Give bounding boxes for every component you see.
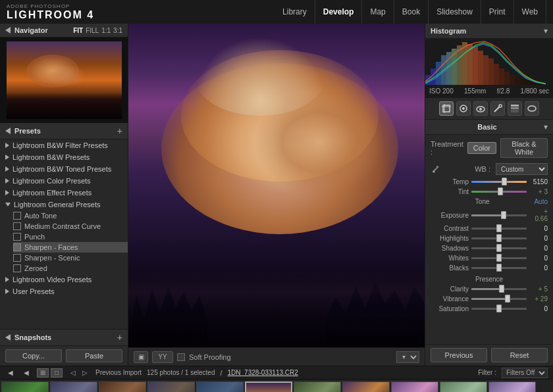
tone-auto-btn[interactable]: Auto <box>534 198 548 205</box>
whites-slider[interactable] <box>471 257 527 259</box>
tab-web[interactable]: Web <box>514 0 546 24</box>
temp-slider[interactable] <box>471 181 527 183</box>
prev-photo-btn[interactable]: ◁ <box>68 368 78 378</box>
preset-group-video-header[interactable]: Lightroom Video Presets <box>0 274 128 285</box>
rad-filter-tool[interactable] <box>525 101 539 116</box>
navigator-controls: FIT FILL 1:1 3:1 <box>73 27 122 34</box>
film-thumb-2[interactable] <box>50 381 97 393</box>
film-thumb-5[interactable] <box>196 381 244 393</box>
clarity-thumb[interactable] <box>499 285 504 293</box>
saturation-thumb[interactable] <box>496 305 502 312</box>
whites-thumb[interactable] <box>496 254 502 262</box>
preset-group-user: User Presets <box>0 285 128 297</box>
redeye-tool[interactable] <box>473 101 488 116</box>
compare-btn[interactable]: YY <box>152 351 173 363</box>
contrast-slider[interactable] <box>471 228 527 230</box>
toolbar-dropdown[interactable]: ▾ <box>396 351 419 363</box>
presets-header[interactable]: Presets + <box>0 123 128 139</box>
tab-library[interactable]: Library <box>275 0 315 24</box>
basic-header[interactable]: Basic ▾ <box>425 120 553 135</box>
vibrance-slider[interactable] <box>471 298 527 300</box>
preset-group-color: Lightroom Color Presets <box>0 175 128 187</box>
preset-group-bwtoned-header[interactable]: Lightroom B&W Toned Presets <box>0 163 128 175</box>
shadows-slider[interactable] <box>471 247 527 249</box>
grad-filter-tool[interactable] <box>508 101 522 116</box>
paste-button[interactable]: Paste <box>66 349 122 362</box>
film-thumb-6[interactable] <box>245 381 292 393</box>
color-btn[interactable]: Color <box>467 142 496 154</box>
nav-fit[interactable]: FIT <box>73 27 83 34</box>
preset-punch[interactable]: Punch <box>13 232 128 242</box>
reset-button[interactable]: Reset <box>491 348 548 362</box>
clarity-slider[interactable] <box>471 288 527 290</box>
exposure-thumb[interactable] <box>501 211 506 219</box>
film-thumb-8[interactable] <box>342 381 390 393</box>
whites-value: 0 <box>529 255 548 262</box>
wb-select[interactable]: Custom <box>496 163 548 175</box>
preset-group-general-header[interactable]: Lightroom General Presets <box>0 199 128 210</box>
snapshots-add-button[interactable]: + <box>117 332 122 343</box>
tab-map[interactable]: Map <box>362 0 394 24</box>
histogram-expand-icon[interactable]: ▾ <box>544 26 548 36</box>
nav-fill[interactable]: FILL <box>86 27 99 34</box>
snapshots-header[interactable]: Snapshots + <box>0 329 128 345</box>
nav-3to1[interactable]: 3:1 <box>113 27 122 34</box>
preset-zeroed[interactable]: Zeroed <box>13 263 128 274</box>
preset-group-effect-header[interactable]: Lightroom Effect Presets <box>0 187 128 199</box>
preset-group-bw-header[interactable]: Lightroom B&W Presets <box>0 151 128 163</box>
film-thumb-10[interactable] <box>440 381 487 393</box>
shadows-thumb[interactable] <box>496 244 502 252</box>
histogram-header[interactable]: Histogram ▾ <box>425 24 553 39</box>
tint-slider[interactable] <box>471 191 527 193</box>
filename-label[interactable]: 1DN_7328-033113.CR2 <box>228 369 298 376</box>
highlights-thumb[interactable] <box>496 234 502 242</box>
prev-strip-btn[interactable]: ◀ <box>5 368 16 378</box>
clarity-fill <box>471 288 502 290</box>
presets-add-button[interactable]: + <box>117 126 122 136</box>
tab-slideshow[interactable]: Slideshow <box>429 0 481 24</box>
navigator-header[interactable]: Navigator FIT FILL 1:1 3:1 <box>0 24 128 37</box>
preset-sharpen-faces[interactable]: Sharpen - Faces <box>13 242 128 253</box>
bw-btn[interactable]: Black & White <box>500 138 548 158</box>
film-thumb-7[interactable] <box>294 381 341 393</box>
preset-med-contrast[interactable]: Medium Contrast Curve <box>13 221 128 232</box>
soft-proofing-checkbox[interactable] <box>177 353 185 361</box>
copy-button[interactable]: Copy... <box>5 349 62 362</box>
preset-group-user-header[interactable]: User Presets <box>0 285 128 297</box>
cloud-peak <box>194 37 326 116</box>
next-photo-btn[interactable]: ▷ <box>80 368 90 378</box>
contrast-thumb[interactable] <box>496 224 502 232</box>
view-mode-btn[interactable]: ▣ <box>134 351 148 363</box>
preset-group-color-header[interactable]: Lightroom Color Presets <box>0 175 128 187</box>
film-thumb-11[interactable] <box>488 381 536 393</box>
adjustment-brush[interactable] <box>490 101 505 116</box>
tab-book[interactable]: Book <box>394 0 429 24</box>
spot-heal-tool[interactable] <box>456 101 471 116</box>
tab-print[interactable]: Print <box>481 0 514 24</box>
exposure-slider[interactable] <box>471 214 527 216</box>
saturation-slider[interactable] <box>471 308 527 310</box>
temp-thumb[interactable] <box>502 178 507 185</box>
tab-develop[interactable]: Develop <box>315 0 363 24</box>
loupe-view-btn[interactable]: □ <box>51 368 63 378</box>
tint-thumb[interactable] <box>498 187 503 195</box>
vibrance-thumb[interactable] <box>505 295 510 303</box>
filter-select[interactable]: Filters Off <box>502 368 548 378</box>
crop-tool[interactable] <box>439 101 454 116</box>
preset-sharpen-scenic[interactable]: Sharpen - Scenic <box>13 253 128 263</box>
preset-auto-tone[interactable]: Auto Tone <box>13 210 128 221</box>
nav-1to1[interactable]: 1:1 <box>101 27 111 34</box>
highlights-slider[interactable] <box>471 237 527 239</box>
film-thumb-4[interactable] <box>147 381 195 393</box>
blacks-slider[interactable] <box>471 267 527 269</box>
preset-group-bwfilter-header[interactable]: Lightroom B&W Filter Presets <box>0 139 128 151</box>
next-strip-btn[interactable]: ◀ <box>21 368 32 378</box>
wb-eyedropper-tool[interactable] <box>431 164 441 174</box>
blacks-thumb[interactable] <box>496 264 502 272</box>
film-thumb-3[interactable] <box>99 381 146 393</box>
basic-expand-icon[interactable]: ▾ <box>544 122 548 132</box>
previous-button[interactable]: Previous <box>431 348 487 362</box>
film-thumb-9[interactable] <box>391 381 438 393</box>
film-thumb-1[interactable] <box>1 381 49 393</box>
grid-view-btn[interactable]: ⊞ <box>37 368 49 378</box>
